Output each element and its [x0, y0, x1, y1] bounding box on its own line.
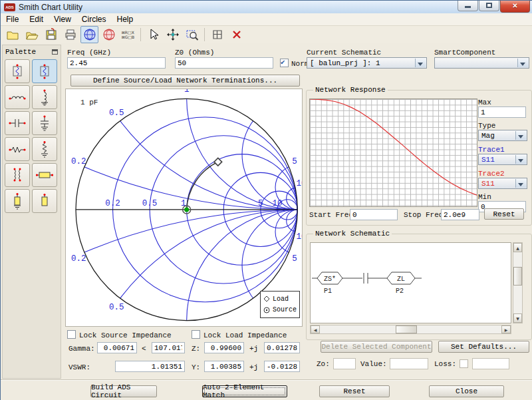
loss-label: Loss:: [434, 360, 456, 368]
new-file-button[interactable]: [3, 26, 21, 43]
scroll-right-icon[interactable]: ▶: [501, 325, 511, 333]
snap-grid-button[interactable]: [208, 26, 226, 43]
svg-text:10: 10: [273, 199, 283, 208]
palette-shunt-rl-network-alt[interactable]: [32, 59, 57, 83]
legend-load-label: Load: [273, 296, 289, 303]
delete-button[interactable]: [227, 26, 245, 43]
start-freq-input[interactable]: [350, 209, 398, 220]
menu-help[interactable]: Help: [112, 14, 139, 25]
print-icon: [64, 28, 77, 41]
trace1-label: Trace1: [478, 146, 505, 154]
schematic-canvas[interactable]: ZS* ZL P1 P2: [310, 242, 511, 323]
svg-text:1: 1: [184, 89, 190, 95]
palette-series-resistor[interactable]: [5, 137, 30, 161]
loss-checkbox[interactable]: [460, 359, 468, 368]
shunt-capacitor-icon: [36, 114, 53, 132]
move-tool-button[interactable]: [164, 26, 182, 43]
palette-series-inductor[interactable]: [5, 85, 30, 109]
maximize-button[interactable]: [479, 1, 499, 11]
schematic-vscrollbar[interactable]: ▲ ▼: [513, 242, 523, 323]
zoom-area-button[interactable]: [183, 26, 201, 43]
vswr-input[interactable]: [115, 361, 185, 372]
palette-series-transmission-line[interactable]: [32, 163, 57, 187]
gamma-angle-input[interactable]: [152, 342, 185, 353]
open-file-button[interactable]: [23, 26, 41, 43]
smith-chart-canvas[interactable]: 0.20.515100.20.20.50.511551010 1 pF Load…: [65, 89, 303, 327]
plus-j-label: +j: [249, 363, 258, 371]
palette-dock-icon[interactable]: [52, 49, 58, 55]
smartcomponent-select[interactable]: [434, 57, 529, 69]
trace2-label: Trace2: [478, 170, 505, 178]
scroll-up-icon[interactable]: ▲: [513, 243, 522, 252]
y-real-input[interactable]: [204, 361, 244, 372]
trace1-select[interactable]: S11: [478, 154, 527, 165]
zoom-area-icon: [186, 28, 199, 41]
loss-input[interactable]: [472, 358, 509, 369]
type-select[interactable]: Mag: [478, 130, 527, 141]
lock-source-checkbox[interactable]: [67, 330, 76, 339]
window-title: Smith Chart Utility: [19, 3, 82, 12]
z0-input[interactable]: [175, 57, 273, 69]
menu-circles[interactable]: Circles: [76, 14, 112, 25]
value-label: Value:: [360, 360, 387, 368]
y-imag-input[interactable]: [264, 361, 300, 372]
max-input[interactable]: [478, 106, 526, 118]
shunt-rl-network-alt-icon: [36, 63, 53, 80]
delete-x-icon: [230, 28, 243, 41]
stop-freq-input[interactable]: [441, 209, 479, 220]
current-schematic-select[interactable]: [ balun_prj ]: 1: [307, 57, 427, 69]
maximize-icon: [486, 3, 492, 8]
menu-file[interactable]: File: [1, 14, 24, 25]
chevron-down-icon: [515, 131, 526, 140]
define-terminations-button[interactable]: Define Source/Load Network Terminations.…: [70, 75, 300, 87]
scroll-down-icon[interactable]: ▼: [513, 313, 522, 323]
menu-view[interactable]: View: [49, 14, 76, 25]
source-port-name: ZS*: [324, 276, 336, 283]
value-input[interactable]: [390, 358, 428, 369]
z-real-input[interactable]: [204, 342, 244, 353]
set-defaults-button[interactable]: Set Defaults...: [438, 341, 529, 353]
svg-text:0.5: 0.5: [109, 303, 124, 312]
gamma-mag-input[interactable]: [97, 342, 137, 353]
delete-selected-component-button[interactable]: Delete Selected Component: [321, 341, 432, 353]
response-reset-button[interactable]: Reset: [484, 208, 524, 220]
snap-grid-icon: [211, 28, 224, 41]
bottom-separator: [1, 379, 532, 381]
auto-2-element-match-button[interactable]: Auto 2-Element Match: [202, 385, 287, 397]
menu-edit[interactable]: Edit: [24, 14, 49, 25]
palette-shunt-inductor[interactable]: [32, 85, 57, 109]
series-resistor-icon: [9, 140, 26, 158]
schematic-hscrollbar[interactable]: ◀ ▶: [310, 325, 511, 334]
vscroll-thumb[interactable]: [513, 267, 522, 286]
smith-chart-impedance-button[interactable]: [80, 26, 98, 43]
z-imag-input[interactable]: [264, 342, 300, 353]
lock-load-checkbox[interactable]: [192, 330, 200, 339]
palette-shunt-rl-network[interactable]: [5, 59, 30, 83]
svg-text:0.5: 0.5: [142, 199, 158, 208]
palette-transformer[interactable]: [5, 163, 30, 187]
zo-input[interactable]: [333, 358, 356, 369]
palette-shunt-stub[interactable]: [5, 189, 30, 213]
print-button[interactable]: [61, 26, 79, 43]
freq-input[interactable]: [67, 57, 166, 69]
bottom-close-button[interactable]: Close: [429, 385, 504, 397]
bottom-reset-button[interactable]: Reset: [319, 385, 390, 397]
smith-chart-admittance-button[interactable]: [100, 26, 118, 43]
svg-text:5: 5: [292, 254, 297, 264]
zo-label: Zo:: [317, 360, 330, 368]
normalize-checkbox[interactable]: [280, 59, 289, 67]
save-button[interactable]: [42, 26, 60, 43]
scroll-left-icon[interactable]: ◀: [311, 325, 320, 333]
chart-display-options-button[interactable]: ⊠R□X ⊠G□B: [119, 26, 137, 43]
palette-shunt-capacitor[interactable]: [32, 111, 57, 135]
hscroll-thumb[interactable]: [396, 325, 417, 333]
minimize-button[interactable]: [458, 1, 478, 11]
pointer-tool-button[interactable]: [144, 26, 162, 43]
palette-shunt-resistor[interactable]: [32, 137, 57, 161]
palette-series-capacitor[interactable]: [5, 111, 30, 135]
palette-open-stub[interactable]: [32, 189, 57, 213]
build-ads-circuit-button[interactable]: Build ADS Circuit: [90, 385, 157, 397]
network-response-plot: [309, 99, 477, 207]
trace2-select[interactable]: S11: [478, 178, 527, 189]
close-button[interactable]: ✕: [500, 1, 530, 13]
